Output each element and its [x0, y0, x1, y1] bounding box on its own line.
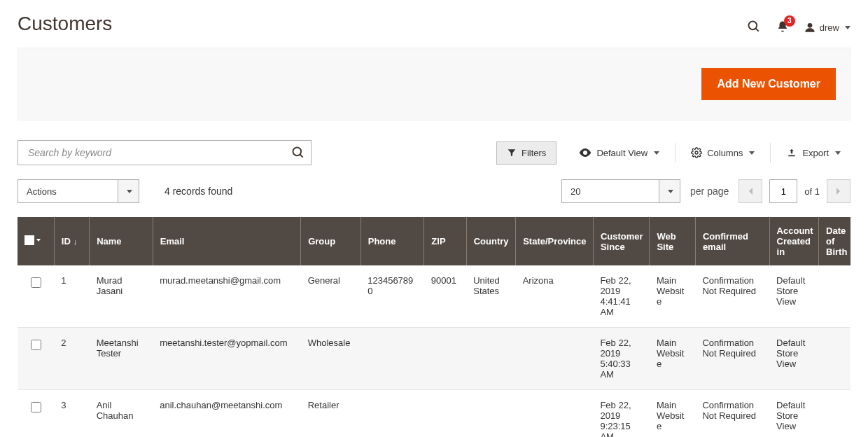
cell-country: United States: [466, 265, 515, 328]
cell-created-in: Default Store View: [769, 328, 818, 390]
cell-dob: [819, 390, 850, 438]
actions-toggle[interactable]: [118, 179, 139, 203]
search-icon[interactable]: [747, 20, 761, 36]
cell-confirmed: Confirmation Not Required: [695, 328, 769, 390]
cell-name: Meetanshi Tester: [90, 328, 153, 390]
cell-zip: [424, 390, 466, 438]
cell-confirmed: Confirmation Not Required: [695, 390, 769, 438]
svg-line-4: [300, 155, 303, 158]
chevron-down-icon: [749, 151, 755, 155]
cell-id: 3: [54, 390, 89, 438]
cell-id: 2: [54, 328, 89, 390]
cell-website: Main Website: [650, 328, 695, 390]
username-label: drew: [820, 22, 839, 33]
page-of-label: of 1: [804, 186, 820, 197]
cell-group: Retailer: [301, 390, 361, 438]
search-input[interactable]: [27, 146, 291, 159]
svg-point-3: [293, 148, 302, 156]
gear-icon: [691, 147, 702, 158]
cell-dob: [819, 265, 850, 328]
svg-point-5: [695, 151, 698, 154]
cell-email: murad.meetanshi@gmail.com: [153, 265, 300, 328]
per-page-label: per page: [690, 186, 729, 197]
next-page-button[interactable]: [827, 179, 850, 203]
cell-phone: 1234567890: [360, 265, 424, 328]
filters-label: Filters: [522, 148, 546, 158]
column-state[interactable]: State/Province: [516, 217, 594, 265]
cell-country: [466, 328, 515, 390]
column-email[interactable]: Email: [153, 217, 300, 265]
cell-since: Feb 22, 2019 5:40:33 AM: [593, 328, 650, 390]
column-dob[interactable]: Date of Birth: [819, 217, 850, 265]
cell-zip: 90001: [424, 265, 466, 328]
chevron-down-icon: [845, 26, 850, 29]
column-name[interactable]: Name: [90, 217, 153, 265]
cell-id: 1: [54, 265, 89, 328]
chevron-down-icon: [668, 190, 673, 193]
cell-name: Murad Jasani: [90, 265, 153, 328]
notifications-icon[interactable]: 3: [776, 20, 789, 36]
cell-confirmed: Confirmation Not Required: [695, 265, 769, 328]
svg-line-1: [755, 28, 758, 31]
per-page-select[interactable]: 20: [561, 179, 680, 203]
cell-group: General: [301, 265, 361, 328]
table-row[interactable]: 2Meetanshi Testermeetanshi.tester@yopmai…: [18, 328, 850, 390]
table-row[interactable]: 1Murad Jasanimurad.meetanshi@gmail.comGe…: [18, 265, 850, 328]
chevron-down-icon: [835, 151, 841, 155]
page-input[interactable]: [769, 179, 797, 203]
cell-created-in: Default Store View: [769, 390, 818, 438]
notification-badge: 3: [784, 15, 795, 27]
column-country[interactable]: Country: [466, 217, 515, 265]
prev-page-button[interactable]: [738, 179, 762, 203]
cell-phone: [360, 390, 424, 438]
add-new-customer-button[interactable]: Add New Customer: [701, 68, 836, 100]
cell-since: Feb 22, 2019 4:41:41 AM: [593, 265, 650, 328]
column-website[interactable]: Web Site: [650, 217, 695, 265]
export-button[interactable]: Export: [776, 142, 850, 164]
search-icon[interactable]: [291, 146, 305, 160]
sort-down-icon: ↓: [74, 237, 78, 246]
svg-point-0: [748, 21, 757, 29]
cell-state: Arizona: [516, 265, 594, 328]
action-bar: Add New Customer: [18, 48, 850, 120]
columns-button[interactable]: Columns: [681, 141, 764, 164]
column-since[interactable]: Customer Since: [593, 217, 650, 265]
cell-zip: [424, 328, 466, 390]
cell-dob: [819, 328, 850, 390]
row-checkbox[interactable]: [31, 340, 41, 350]
column-zip[interactable]: ZIP: [424, 217, 466, 265]
default-view-button[interactable]: Default View: [569, 142, 669, 164]
eye-icon: [579, 148, 592, 157]
cell-email: anil.chauhan@meetanshi.com: [153, 390, 300, 438]
column-group[interactable]: Group: [301, 217, 361, 265]
column-select-all[interactable]: [18, 217, 54, 265]
filter-icon: [507, 148, 517, 158]
column-id[interactable]: ID↓: [54, 217, 89, 265]
cell-since: Feb 22, 2019 9:23:15 AM: [593, 390, 650, 438]
per-page-toggle[interactable]: [659, 179, 680, 203]
per-page-value: 20: [561, 179, 659, 203]
row-checkbox[interactable]: [31, 277, 41, 288]
chevron-down-icon: [127, 190, 132, 193]
table-row[interactable]: 3Anil Chauhananil.chauhan@meetanshi.comR…: [18, 390, 850, 438]
chevron-down-icon: [654, 151, 659, 155]
cell-website: Main Website: [650, 390, 695, 438]
cell-created-in: Default Store View: [769, 265, 818, 328]
customers-table: ID↓ Name Email Group Phone ZIP Country S…: [18, 217, 850, 437]
cell-country: [466, 390, 515, 438]
column-phone[interactable]: Phone: [360, 217, 424, 265]
search-box[interactable]: [18, 140, 312, 165]
filters-button[interactable]: Filters: [496, 141, 556, 165]
columns-label: Columns: [707, 148, 743, 158]
row-checkbox[interactable]: [31, 402, 41, 412]
user-menu[interactable]: drew: [804, 22, 850, 33]
records-found-label: 4 records found: [164, 186, 232, 197]
column-confirmed[interactable]: Confirmed email: [695, 217, 769, 265]
column-created-in[interactable]: Account Created in: [769, 217, 818, 265]
actions-dropdown[interactable]: Actions: [18, 179, 139, 203]
export-icon: [786, 148, 797, 158]
cell-email: meetanshi.tester@yopmail.com: [153, 328, 300, 390]
cell-state: [516, 328, 594, 390]
cell-website: Main Website: [650, 265, 695, 328]
chevron-right-icon: [836, 187, 841, 195]
